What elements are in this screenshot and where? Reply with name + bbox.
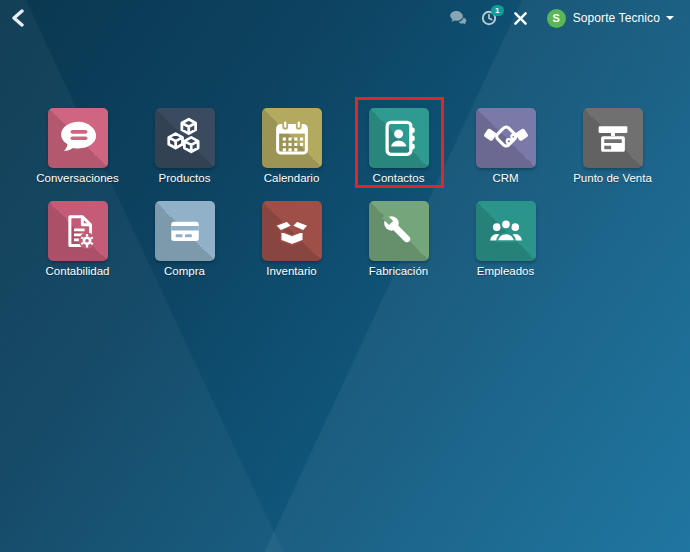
user-name: Soporte Tecnico bbox=[573, 11, 660, 25]
app-conversaciones[interactable]: Conversaciones bbox=[24, 108, 131, 185]
top-bar: 1 S Soporte Tecnico bbox=[0, 0, 690, 36]
systray: 1 S Soporte Tecnico bbox=[450, 0, 674, 36]
app-label: Empleados bbox=[452, 265, 559, 278]
chevron-down-icon bbox=[666, 16, 674, 20]
app-label: Fabricación bbox=[345, 265, 452, 278]
app-label: Punto de Venta bbox=[559, 172, 666, 185]
cash-register-icon bbox=[583, 108, 643, 168]
app-row-2: Contabilidad Compra bbox=[24, 201, 666, 278]
wrench-icon bbox=[369, 201, 429, 261]
document-gear-icon bbox=[48, 201, 108, 261]
app-punto-de-venta[interactable]: Punto de Venta bbox=[559, 108, 666, 185]
developer-tools-button[interactable] bbox=[513, 11, 528, 26]
app-fabricacion[interactable]: Fabricación bbox=[345, 201, 452, 278]
app-label: Calendario bbox=[238, 172, 345, 185]
crossed-tools-icon bbox=[513, 11, 528, 26]
app-label: Conversaciones bbox=[24, 172, 131, 185]
cubes-icon bbox=[155, 108, 215, 168]
app-label: Inventario bbox=[238, 265, 345, 278]
app-label: Compra bbox=[131, 265, 238, 278]
app-productos[interactable]: Productos bbox=[131, 108, 238, 185]
chevron-left-icon bbox=[11, 9, 25, 27]
handshake-icon bbox=[476, 108, 536, 168]
chat-bubble-icon bbox=[48, 108, 108, 168]
app-compra[interactable]: Compra bbox=[131, 201, 238, 278]
calendar-icon bbox=[262, 108, 322, 168]
back-button[interactable] bbox=[11, 8, 29, 28]
app-label: Contabilidad bbox=[24, 265, 131, 278]
app-crm[interactable]: CRM bbox=[452, 108, 559, 185]
app-contactos[interactable]: Contactos bbox=[345, 108, 452, 185]
app-label: CRM bbox=[452, 172, 559, 185]
app-label: Contactos bbox=[345, 172, 452, 185]
speech-bubbles-icon bbox=[450, 11, 468, 26]
app-inventario[interactable]: Inventario bbox=[238, 201, 345, 278]
activity-count-badge: 1 bbox=[491, 5, 504, 16]
messages-button[interactable] bbox=[450, 11, 468, 26]
app-empleados[interactable]: Empleados bbox=[452, 201, 559, 278]
app-grid: Conversaciones Productos bbox=[24, 108, 666, 294]
app-row-1: Conversaciones Productos bbox=[24, 108, 666, 185]
user-avatar: S bbox=[547, 9, 566, 28]
app-contabilidad[interactable]: Contabilidad bbox=[24, 201, 131, 278]
activity-button[interactable]: 1 bbox=[481, 10, 497, 26]
app-calendario[interactable]: Calendario bbox=[238, 108, 345, 185]
address-book-icon bbox=[369, 108, 429, 168]
people-group-icon bbox=[476, 201, 536, 261]
user-menu-button[interactable]: S Soporte Tecnico bbox=[547, 9, 674, 28]
credit-card-icon bbox=[155, 201, 215, 261]
open-box-icon bbox=[262, 201, 322, 261]
app-label: Productos bbox=[131, 172, 238, 185]
